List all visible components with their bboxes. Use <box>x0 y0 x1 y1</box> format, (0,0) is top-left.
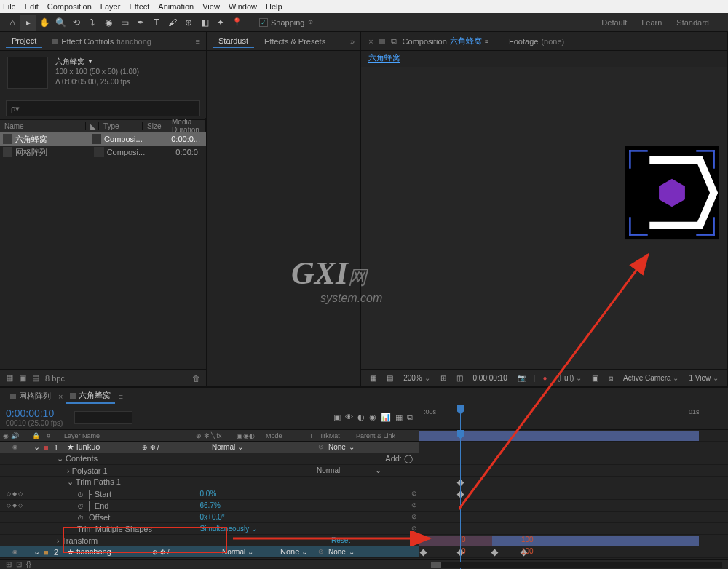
menu-view[interactable]: View <box>202 2 220 11</box>
zoom-slider[interactable] <box>431 562 722 568</box>
brush-tool-icon[interactable]: 🖌 <box>165 15 181 31</box>
zoom-dropdown[interactable]: 200% <box>400 374 432 382</box>
layer-property-row[interactable]: › Polystar 1 Normal⌄ <box>0 465 419 477</box>
layer-row[interactable]: ◉⌄ ■ 1 ★ lunkuo ⊕ ✻ / Normal ⌄ ⊘None ⌄ <box>0 442 419 453</box>
panel-menu-icon[interactable]: ≡ <box>196 37 200 46</box>
layer-property-row[interactable]: ◇ ◆ ◇ ⏱├ End 66.7% ⊘ <box>0 500 419 512</box>
stopwatch-icon[interactable]: ⏱ <box>77 491 84 498</box>
text-tool-icon[interactable]: T <box>149 15 165 31</box>
stopwatch-icon[interactable]: ⏱ <box>77 503 84 510</box>
col-size[interactable]: Size <box>143 122 167 130</box>
col-duration[interactable]: Media Duration <box>167 118 206 134</box>
timecode-display[interactable]: 0:00:00:10 00010 (25.00 fps) <box>0 406 68 429</box>
eye-icon[interactable]: ◉ <box>3 432 9 439</box>
menu-composition[interactable]: Composition <box>47 2 92 11</box>
menu-window[interactable]: Window <box>229 2 257 11</box>
menu-file[interactable]: File <box>3 2 16 11</box>
timeline-tab[interactable]: 网格阵列 <box>6 389 55 403</box>
tab-stardust[interactable]: Stardust <box>213 35 254 48</box>
layer-property-row[interactable]: ◇ ◆ ◇ ⏱├ Scale ⧉ 28.6,28.6% ⊘ <box>0 558 419 559</box>
menu-help[interactable]: Help <box>266 2 282 11</box>
orbit-tool-icon[interactable]: ⟲ <box>68 15 84 31</box>
roi-icon[interactable]: ◫ <box>454 374 466 382</box>
stopwatch-icon[interactable]: ⏱ <box>77 514 84 522</box>
close-tab-icon[interactable]: × <box>58 392 63 401</box>
menu-effect[interactable]: Effect <box>129 2 149 11</box>
resolution-icon[interactable]: ⊞ <box>438 374 449 382</box>
menu-edit[interactable]: Edit <box>25 2 39 11</box>
view-layout-icon[interactable]: ▣ <box>589 374 601 382</box>
anchor-tool-icon[interactable]: ◉ <box>100 15 116 31</box>
resolution-dropdown[interactable]: (Full) <box>554 374 585 382</box>
workspace-learn[interactable]: Learn <box>641 18 662 27</box>
menu-animation[interactable]: Animation <box>158 2 194 11</box>
hand-tool-icon[interactable]: ✋ <box>36 15 52 31</box>
tab-project[interactable]: Project <box>6 35 42 48</box>
layer-property-row[interactable]: ⌄ Contents Add: ◯ <box>0 453 419 465</box>
snapshot-icon[interactable]: 📷 <box>515 374 529 382</box>
layer-property-row[interactable]: › Transform Reset <box>0 535 419 546</box>
new-comp-icon[interactable]: ▤ <box>32 373 39 383</box>
eraser-tool-icon[interactable]: ◧ <box>197 15 213 31</box>
project-search-input[interactable]: ρ▾ <box>6 100 200 116</box>
tab-composition[interactable]: Composition 六角蜂窝 ≡ <box>403 36 488 47</box>
workspace-default[interactable]: Default <box>601 18 627 27</box>
chevron-down-icon[interactable]: ▼ <box>87 57 93 67</box>
layer-row[interactable]: ◉⌄ ■ 2 ★ tianchong ⊕ ✻ / Normal ⌄ None ⌄… <box>0 546 419 558</box>
project-item-row[interactable]: 网格阵列 Composi... 0:00:0! <box>0 146 206 159</box>
col-tag-icon[interactable]: ◣ <box>86 122 99 130</box>
col-type[interactable]: Type <box>99 122 143 130</box>
draft3d-icon[interactable]: ▦ <box>395 413 403 422</box>
checkbox-icon[interactable]: ✓ <box>259 18 268 27</box>
home-icon[interactable]: ⌂ <box>4 15 20 31</box>
audio-icon[interactable]: 🔊 <box>11 432 19 439</box>
keyframe-icon[interactable] <box>420 549 427 557</box>
panel-menu-icon[interactable]: ≡ <box>485 38 488 45</box>
shy-icon[interactable]: 👁 <box>345 413 353 422</box>
views-dropdown[interactable]: 1 View <box>686 374 721 382</box>
bpc-button[interactable]: 8 bpc <box>45 374 65 383</box>
rotate-tool-icon[interactable]: ⤵ <box>84 15 100 31</box>
motion-blur-icon[interactable]: ◉ <box>369 413 376 422</box>
layer-property-row[interactable]: ◇ ◆ ◇ ⏱├ Start 0.0% ⊘ <box>0 488 419 500</box>
menu-layer[interactable]: Layer <box>100 2 121 11</box>
3d-view-icon[interactable]: ⧈ <box>606 374 616 383</box>
panel-menu-icon[interactable]: » <box>350 37 355 46</box>
frame-blend-icon[interactable]: ◐ <box>357 413 365 422</box>
camera-dropdown[interactable]: Active Camera <box>620 374 681 382</box>
timeline-tab[interactable]: 六角蜂窝 <box>66 389 115 404</box>
project-item-row[interactable]: 六角蜂窝 Composi... 0:00:0... <box>0 132 206 146</box>
freeze-icon[interactable]: × <box>368 37 373 46</box>
toggle-brackets-icon[interactable]: {} <box>26 560 31 568</box>
trash-icon[interactable]: 🗑 <box>192 374 200 383</box>
stamp-tool-icon[interactable]: ⊕ <box>181 15 197 31</box>
lock-icon[interactable]: 🔒 <box>29 432 44 439</box>
timeline-tracks[interactable]: 0100 0100 <box>419 430 728 559</box>
folder-icon[interactable]: ▣ <box>19 373 26 383</box>
timeline-search-input[interactable] <box>74 411 132 424</box>
interpret-icon[interactable]: ▦ <box>6 373 13 383</box>
toggle-switches-icon[interactable]: ⊞ <box>6 560 12 568</box>
selection-tool-icon[interactable]: ▸ <box>20 15 36 31</box>
channel-icon[interactable]: ● <box>539 374 550 382</box>
grid-icon[interactable]: ▤ <box>384 374 396 382</box>
zoom-tool-icon[interactable]: 🔍 <box>52 15 68 31</box>
snapping-toggle[interactable]: ✓ Snapping ⚙ <box>259 18 313 27</box>
layer-property-row[interactable]: ⏱ Offset 0x+0.0° ⊘ <box>0 512 419 523</box>
alpha-icon[interactable]: ▦ <box>367 374 379 382</box>
tab-effect-controls[interactable]: Effect Controls tianchong <box>47 36 157 47</box>
col-name[interactable]: Name <box>0 122 86 130</box>
flowchart-icon[interactable]: ⧉ <box>391 36 397 46</box>
toggle-modes-icon[interactable]: ⊡ <box>16 560 22 568</box>
time-ruler[interactable]: :00s 01s 02s <box>419 405 728 430</box>
render-icon[interactable]: ⧉ <box>407 413 413 422</box>
panel-menu-icon[interactable]: ≡ <box>118 392 122 401</box>
tab-footage[interactable]: Footage (none) <box>509 37 564 46</box>
graph-icon[interactable]: 📊 <box>381 413 391 422</box>
time-display[interactable]: 0:00:00:10 <box>470 374 510 382</box>
snap-options-icon[interactable]: ⚙ <box>308 19 313 25</box>
layer-property-row[interactable]: ⌄ Trim Paths 1 <box>0 477 419 488</box>
comp-crumb-link[interactable]: 六角蜂窝 <box>368 53 400 63</box>
puppet-tool-icon[interactable]: 📍 <box>229 15 245 31</box>
rect-tool-icon[interactable]: ▭ <box>116 15 132 31</box>
